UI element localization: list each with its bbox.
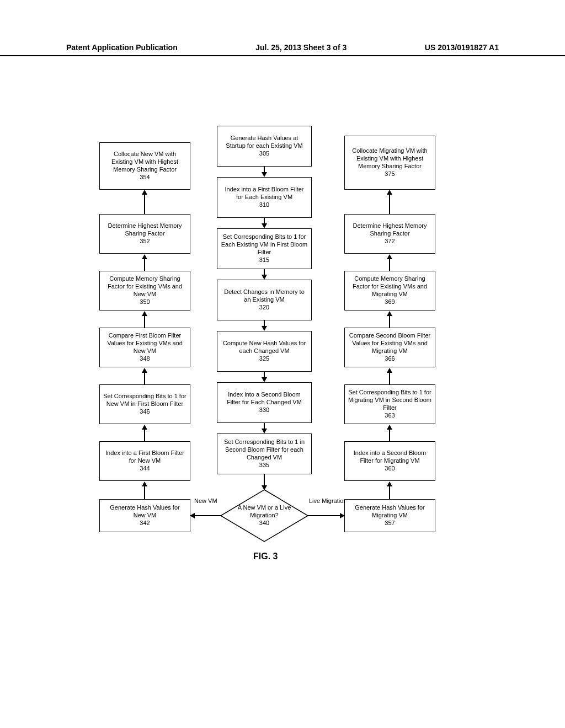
arrow-head-down-icon	[262, 377, 267, 382]
box-325: Compute New Hash Values for each Changed…	[217, 331, 312, 372]
box-num: 344	[140, 465, 150, 473]
box-num: 363	[385, 412, 395, 420]
box-text: Compute Memory Sharing Factor for Existi…	[103, 275, 186, 298]
box-text: Generate Hash Values for New VM	[103, 504, 186, 520]
arrow-line	[308, 515, 341, 516]
box-348: Compare First Bloom Filter Values for Ex…	[99, 328, 190, 367]
arrow-line	[389, 315, 390, 328]
arrow-head-up-icon	[387, 311, 392, 316]
decision-340: A New VM or a Live Migration? 340	[220, 489, 308, 542]
box-num: 357	[385, 520, 395, 527]
flowchart: Generate Hash Values at Startup for each…	[0, 0, 565, 728]
box-315: Set Corresponding Bits to 1 for Each Exi…	[217, 228, 312, 269]
box-366: Compare Second Bloom Filter Values for E…	[344, 328, 435, 367]
arrow-head-down-icon	[262, 223, 267, 228]
arrow-line	[144, 372, 145, 384]
box-354: Collocate New VM with Existing VM with H…	[99, 142, 190, 190]
arrow-line	[389, 429, 390, 441]
box-text: Set Corresponding Bits to 1 in Second Bl…	[221, 438, 308, 461]
box-text: Generate Hash Values at Startup for each…	[221, 135, 308, 150]
box-num: 354	[140, 174, 150, 181]
figure-caption: FIG. 3	[253, 552, 278, 561]
box-375: Collocate Migrating VM with Existing VM …	[344, 136, 435, 190]
box-text: Index into a First Bloom Filter for Each…	[221, 186, 308, 201]
box-text: Compute Memory Sharing Factor for Existi…	[348, 275, 431, 298]
arrow-line	[144, 315, 145, 328]
box-num: 330	[259, 406, 269, 414]
box-num: 346	[140, 408, 150, 416]
box-text: Determine Highest Memory Sharing Factor	[103, 222, 186, 238]
arrow-line	[144, 259, 145, 271]
box-372: Determine Highest Memory Sharing Factor …	[344, 214, 435, 254]
box-342: Generate Hash Values for New VM 342	[99, 499, 190, 532]
arrow-head-up-icon	[142, 425, 147, 430]
edge-label-live-migration: Live Migration	[309, 497, 347, 504]
box-num: 320	[259, 304, 269, 312]
arrow-line	[389, 259, 390, 271]
arrow-line	[144, 486, 145, 499]
arrow-head-down-icon	[262, 172, 267, 177]
box-num: 325	[259, 355, 269, 363]
box-text: Set Corresponding Bits to 1 for New VM i…	[103, 393, 186, 408]
box-text: Set Corresponding Bits to 1 for Each Exi…	[221, 233, 308, 256]
box-363: Set Corresponding Bits to 1 for Migratin…	[344, 384, 435, 424]
box-text: Determine Highest Memory Sharing Factor	[348, 222, 431, 238]
arrow-head-left-icon	[190, 513, 195, 518]
box-num: 335	[259, 462, 269, 469]
box-text: Collocate Migrating VM with Existing VM …	[348, 147, 431, 170]
box-text: Index into a Second Bloom Filter for Mig…	[348, 449, 431, 465]
box-text: Compare First Bloom Filter Values for Ex…	[103, 332, 186, 355]
arrow-head-down-icon	[262, 275, 267, 280]
box-num: 315	[259, 256, 269, 264]
arrow-head-up-icon	[142, 254, 147, 259]
box-num: 375	[385, 170, 395, 178]
arrow-head-up-icon	[387, 190, 392, 195]
arrow-line	[389, 486, 390, 499]
box-330: Index into a Second Bloom Filter for Eac…	[217, 382, 312, 423]
arrow-head-up-icon	[142, 481, 147, 486]
box-344: Index into a First Bloom Filter for New …	[99, 441, 190, 481]
box-text: Index into a Second Bloom Filter for Eac…	[221, 391, 308, 406]
arrow-line	[389, 372, 390, 384]
arrow-line	[144, 194, 145, 214]
arrow-head-down-icon	[262, 429, 267, 433]
box-text: Generate Hash Values for Migrating VM	[348, 504, 431, 520]
box-305: Generate Hash Values at Startup for each…	[217, 126, 312, 167]
box-369: Compute Memory Sharing Factor for Existi…	[344, 271, 435, 311]
edge-label-new-vm: New VM	[194, 497, 217, 504]
box-335: Set Corresponding Bits to 1 in Second Bl…	[217, 433, 312, 474]
arrow-head-up-icon	[142, 368, 147, 373]
arrow-head-up-icon	[142, 311, 147, 316]
box-text: Detect Changes in Memory to an Existing …	[221, 288, 308, 304]
arrow-head-up-icon	[387, 368, 392, 373]
box-text: Compare Second Bloom Filter Values for E…	[348, 332, 431, 355]
box-num: 348	[140, 355, 150, 363]
box-num: 366	[385, 355, 395, 363]
box-text: Compute New Hash Values for each Changed…	[221, 340, 308, 355]
decision-text: A New VM or a Live Migration?	[226, 504, 303, 520]
arrow-head-up-icon	[142, 190, 147, 195]
box-num: 350	[140, 298, 150, 306]
box-310: Index into a First Bloom Filter for Each…	[217, 177, 312, 218]
box-352: Determine Highest Memory Sharing Factor …	[99, 214, 190, 254]
box-357: Generate Hash Values for Migrating VM 35…	[344, 499, 435, 532]
box-num: 372	[385, 238, 395, 245]
box-num: 342	[140, 520, 150, 527]
box-text: Set Corresponding Bits to 1 for Migratin…	[348, 389, 431, 411]
box-num: 360	[385, 465, 395, 473]
box-num: 352	[140, 238, 150, 245]
arrow-head-up-icon	[387, 481, 392, 486]
decision-label: A New VM or a Live Migration? 340	[220, 489, 308, 542]
box-346: Set Corresponding Bits to 1 for New VM i…	[99, 384, 190, 424]
box-num: 305	[259, 150, 269, 158]
box-num: 369	[385, 298, 395, 306]
arrow-head-up-icon	[387, 425, 392, 430]
arrow-line	[194, 515, 221, 516]
box-num: 310	[259, 201, 269, 209]
arrow-line	[144, 429, 145, 441]
box-320: Detect Changes in Memory to an Existing …	[217, 280, 312, 320]
box-text: Index into a First Bloom Filter for New …	[103, 449, 186, 465]
box-text: Collocate New VM with Existing VM with H…	[103, 151, 186, 173]
arrow-line	[389, 194, 390, 214]
arrow-head-down-icon	[262, 326, 267, 331]
